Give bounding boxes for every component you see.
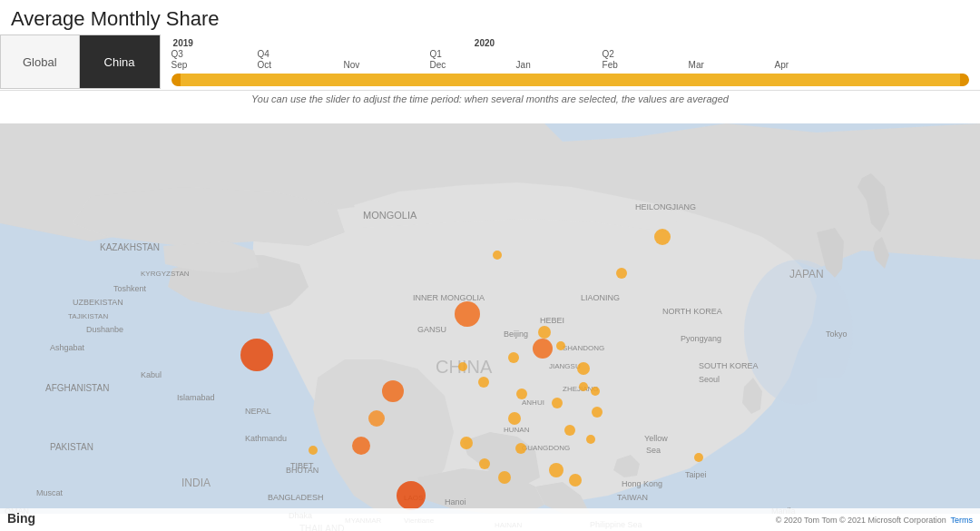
svg-text:TIBET: TIBET [290,461,314,470]
svg-point-85 [569,474,582,487]
oct-label: Oct [258,60,344,70]
svg-point-79 [479,458,490,469]
svg-text:GUANGDONG: GUANGDONG [522,444,570,452]
tab-global[interactable]: Global [0,34,79,89]
tab-group: Global China [0,34,161,89]
svg-point-59 [382,380,404,402]
svg-text:Sea: Sea [646,446,661,455]
svg-point-63 [616,268,627,279]
controls-row: Global China 2019 2020 Q3 Q4 Q1 Q2 Sep [0,34,980,91]
timeline-container: 2019 2020 Q3 Q4 Q1 Q2 Sep Oct Nov Dec Ja… [161,34,980,90]
svg-text:Dushanbe: Dushanbe [86,325,123,334]
timeline-handle-left[interactable] [172,74,181,86]
header: Average Monthly Share [0,0,980,34]
svg-point-68 [478,377,489,388]
svg-text:SOUTH KOREA: SOUTH KOREA [699,361,759,370]
svg-point-84 [564,425,575,436]
svg-text:INNER MONGOLIA: INNER MONGOLIA [413,293,485,302]
slider-hint: You can use the slider to adjust the tim… [0,91,980,106]
svg-text:Hong Kong: Hong Kong [622,479,662,488]
svg-point-75 [552,398,563,408]
svg-point-57 [397,481,426,510]
svg-point-67 [508,352,519,363]
svg-text:Taipei: Taipei [685,470,707,479]
svg-point-77 [591,387,600,396]
svg-text:BANGLADESH: BANGLADESH [268,493,324,502]
svg-point-83 [586,435,595,444]
svg-point-64 [538,326,551,339]
page-container: Average Monthly Share Global China 2019 … [0,0,980,531]
svg-text:ANHUI: ANHUI [522,398,544,407]
map-area[interactable]: KAZAKHSTAN UZBEKISTAN KYRGYZSTAN Toshken… [0,106,980,531]
svg-point-69 [458,362,467,371]
svg-text:Muscat: Muscat [36,488,64,497]
apr-label: Apr [775,60,861,70]
svg-point-71 [309,446,318,455]
svg-point-87 [493,251,502,260]
terms-link[interactable]: Terms [951,516,974,525]
page-title: Average Monthly Share [11,7,969,31]
tab-china[interactable]: China [79,34,161,89]
timeline-track[interactable] [172,74,969,86]
svg-point-80 [498,471,511,484]
map-svg: KAZAKHSTAN UZBEKISTAN KYRGYZSTAN Toshken… [0,106,980,531]
svg-point-62 [654,229,671,245]
svg-point-78 [592,407,603,418]
svg-text:UZBEKISTAN: UZBEKISTAN [73,298,123,307]
svg-text:KAZAKHSTAN: KAZAKHSTAN [100,242,160,252]
svg-text:Beijing: Beijing [504,329,528,339]
q3-label: Q3 [172,49,258,59]
svg-text:SHANDONG: SHANDONG [563,344,604,352]
svg-point-72 [460,437,473,449]
svg-text:Seoul: Seoul [699,375,720,384]
feb-label: Feb [603,60,689,70]
bing-logo: Bing [7,510,44,529]
svg-text:Tokyo: Tokyo [826,329,848,339]
svg-text:PAKISTAN: PAKISTAN [50,442,93,452]
svg-text:TAIWAN: TAIWAN [617,493,648,502]
svg-text:Toshkent: Toshkent [113,284,147,293]
svg-text:INDIA: INDIA [181,477,211,489]
q2-label: Q2 [603,49,689,59]
svg-point-70 [368,410,385,427]
gap-label [344,49,430,59]
svg-text:KYRGYZSTAN: KYRGYZSTAN [141,270,190,278]
year-2019-label: 2019 [173,38,193,48]
sep-label: Sep [172,60,258,70]
svg-point-82 [549,463,564,477]
svg-text:NORTH KOREA: NORTH KOREA [662,307,722,316]
svg-text:Pyongyang: Pyongyang [681,334,721,343]
map-credits: © 2020 Tom Tom © 2021 Microsoft Corporat… [776,516,973,525]
svg-text:Islamabad: Islamabad [177,393,215,402]
jan-label: Jan [516,60,603,70]
gap2-label [516,49,603,59]
svg-text:JIANGSU: JIANGSU [549,362,581,370]
timeline-handle-right[interactable] [960,74,969,86]
q4-label: Q4 [258,49,344,59]
svg-point-66 [577,362,590,375]
nov-label: Nov [344,60,430,70]
svg-text:Kathmandu: Kathmandu [245,434,287,443]
svg-text:HEILONGJIANG: HEILONGJIANG [635,202,696,211]
svg-text:MONGOLIA: MONGOLIA [363,210,417,221]
svg-point-86 [694,453,703,462]
mar-label: Mar [689,60,775,70]
svg-text:AFGHANISTAN: AFGHANISTAN [45,383,109,393]
svg-text:Yellow: Yellow [644,434,668,443]
timeline-fill [172,74,969,86]
svg-point-56 [240,339,273,371]
svg-point-76 [579,382,588,391]
svg-text:Ashgabat: Ashgabat [50,343,85,352]
year-2020-label: 2020 [475,38,495,48]
svg-point-73 [508,412,521,425]
svg-text:JAPAN: JAPAN [789,268,824,280]
svg-text:NEPAL: NEPAL [245,407,271,416]
svg-point-61 [533,339,553,359]
svg-text:HUNAN: HUNAN [504,426,530,434]
svg-text:LIAONING: LIAONING [581,293,620,302]
svg-text:TAJIKISTAN: TAJIKISTAN [68,312,108,320]
svg-text:HEBEI: HEBEI [540,316,564,325]
svg-point-60 [455,301,480,327]
svg-point-65 [556,341,565,350]
q1-label: Q1 [430,49,516,59]
